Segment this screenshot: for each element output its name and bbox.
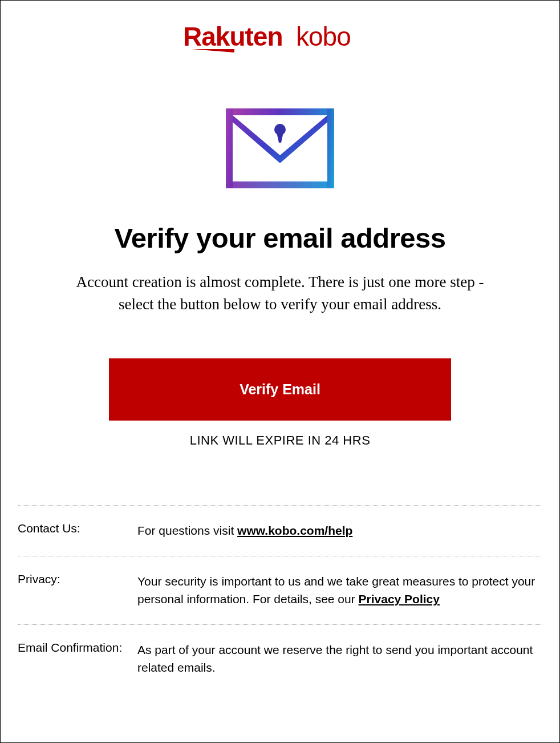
- privacy-value: Your security is important to us and we …: [137, 572, 542, 608]
- brand-logo: Rakuten kobo: [18, 21, 542, 57]
- email-confirmation-row: Email Confirmation: As part of your acco…: [18, 625, 542, 693]
- page-title: Verify your email address: [18, 222, 542, 254]
- privacy-label: Privacy:: [18, 572, 137, 608]
- verify-email-button[interactable]: Verify Email: [109, 358, 451, 421]
- contact-value: For questions visit www.kobo.com/help: [137, 522, 352, 540]
- footer-info: Contact Us: For questions visit www.kobo…: [18, 505, 542, 693]
- privacy-policy-link[interactable]: Privacy Policy: [359, 592, 440, 605]
- envelope-lock-icon: [18, 108, 542, 191]
- email-confirmation-label: Email Confirmation:: [18, 641, 137, 677]
- email-confirmation-value: As part of your account we reserve the r…: [137, 641, 542, 677]
- svg-text:kobo: kobo: [296, 22, 351, 51]
- privacy-row: Privacy: Your security is important to u…: [18, 556, 542, 625]
- help-link[interactable]: www.kobo.com/help: [237, 524, 352, 537]
- svg-text:Rakuten: Rakuten: [183, 22, 282, 51]
- svg-rect-3: [226, 108, 334, 115]
- svg-rect-6: [327, 108, 334, 188]
- contact-row: Contact Us: For questions visit www.kobo…: [18, 506, 542, 556]
- page-subtitle: Account creation is almost complete. The…: [18, 271, 542, 316]
- contact-label: Contact Us:: [18, 522, 137, 540]
- svg-rect-5: [226, 108, 233, 188]
- expiry-notice: LINK WILL EXPIRE IN 24 HRS: [18, 433, 542, 448]
- svg-rect-4: [226, 181, 334, 188]
